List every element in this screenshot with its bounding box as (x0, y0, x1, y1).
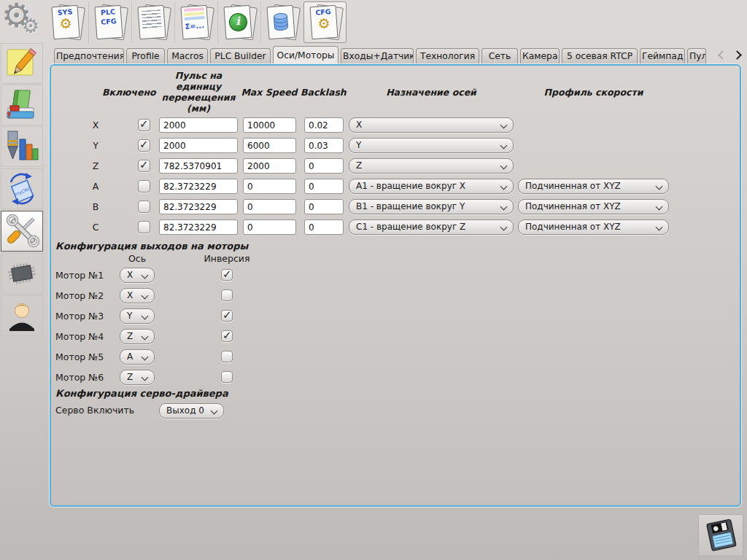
axis-enabled-checkbox[interactable] (138, 119, 150, 131)
tab-scroll-left-icon[interactable] (717, 50, 727, 60)
motor-axis-value: X (127, 270, 133, 280)
toolbar-info-button[interactable] (217, 1, 260, 43)
max-speed-input[interactable] (243, 179, 296, 194)
motor-axis-select[interactable]: Z (120, 329, 155, 344)
assignment-value: A1 - вращение вокруг X (356, 181, 465, 191)
pulse-input[interactable] (159, 219, 238, 235)
speed-profile-select[interactable]: Подчиненная от XYZ (518, 199, 669, 214)
macro-document-icon: Σ=... (183, 6, 209, 39)
tab-gamepad[interactable]: Геймпад (640, 48, 685, 64)
tab-macros[interactable]: Macros (167, 48, 208, 64)
profile-header: Профиль скорости (518, 87, 669, 98)
plc-label-top: PLC (96, 8, 121, 17)
motor-axis-select[interactable]: A (120, 349, 155, 365)
backlash-input[interactable] (304, 219, 344, 235)
tab-5axis-rtcp[interactable]: 5 осевая RTCP (562, 48, 638, 64)
save-button[interactable] (698, 514, 743, 556)
axis-enabled-checkbox[interactable] (138, 201, 150, 213)
motor-inversion-checkbox[interactable] (221, 371, 233, 383)
toolbar-plc-config-button[interactable]: PLC CFG (88, 1, 131, 43)
axis-label: A (86, 179, 105, 194)
tab-scroll-right-icon[interactable] (732, 50, 742, 60)
toolbar-log-button[interactable] (131, 1, 174, 43)
profile-value: Подчиненная от XYZ (525, 222, 621, 232)
axis-assignment-select[interactable]: A1 - вращение вокруг X (349, 179, 514, 194)
database-icon (271, 12, 290, 33)
axis-assignment-select[interactable]: B1 - вращение вокруг Y (349, 199, 514, 214)
backlash-input[interactable] (304, 138, 344, 153)
toolbar-database-button[interactable] (260, 1, 303, 43)
motor-inversion-checkbox[interactable] (221, 289, 233, 301)
speed-profile-select[interactable]: Подчиненная от XYZ (518, 219, 669, 235)
axis-enabled-checkbox[interactable] (138, 160, 150, 172)
motor-axis-value: Y (127, 311, 132, 321)
max-speed-input[interactable] (243, 158, 296, 174)
save-floppy-icon (700, 516, 741, 554)
axis-row-c: C C1 - вращение вокруг Z Подчиненная от … (0, 219, 747, 235)
axis-row-y: Y Y (0, 138, 747, 153)
backlash-input[interactable] (304, 158, 344, 174)
tab-preferences[interactable]: Предпочтения (54, 48, 124, 64)
axis-row-b: B B1 - вращение вокруг Y Подчиненная от … (0, 199, 747, 214)
settings-tabbar: Предпочтения Profile Macros PLC Builder … (54, 46, 715, 64)
motor-inversion-checkbox[interactable] (221, 310, 233, 322)
tab-plc-builder[interactable]: PLC Builder (210, 48, 271, 64)
max-speed-input[interactable] (243, 219, 296, 235)
motor-axis-select[interactable]: X (120, 268, 155, 283)
pulse-header-line: Пульс на (175, 70, 222, 81)
assignment-value: B1 - вращение вокруг Y (356, 201, 465, 211)
motor-axis-select[interactable]: Z (120, 370, 155, 385)
axis-enabled-checkbox[interactable] (138, 180, 150, 192)
tab-inputs-sensors[interactable]: Входы+Датчики (341, 48, 414, 64)
pulse-input[interactable] (159, 199, 238, 214)
tab-profile[interactable]: Profile (126, 48, 165, 64)
axis-assignment-select[interactable]: C1 - вращение вокруг Z (349, 219, 514, 235)
motor-row-1: Мотор №1 X (0, 268, 747, 283)
axis-row-x: X X (0, 117, 747, 133)
max-speed-input[interactable] (243, 138, 296, 153)
axis-assignment-select[interactable]: X (349, 117, 514, 133)
tab-technology[interactable]: Технология (416, 48, 479, 64)
sidebar-item-edit-note[interactable] (1, 43, 43, 84)
motor-inversion-checkbox[interactable] (221, 351, 233, 362)
motor-inversion-checkbox[interactable] (221, 269, 233, 281)
chevron-down-icon (500, 183, 508, 190)
tab-camera[interactable]: Камера (520, 48, 560, 64)
backlash-input[interactable] (304, 199, 344, 214)
mycnc-settings-screen: ⚙ ⚙ SYS ⚙ PLC CFG Σ=... (0, 0, 747, 560)
motor-label: Мотор №3 (55, 308, 104, 324)
sys-document-icon: SYS ⚙ (54, 6, 80, 39)
axis-assignment-select[interactable]: Z (349, 158, 514, 174)
speed-profile-select[interactable]: Подчиненная от XYZ (518, 179, 669, 194)
backlash-input[interactable] (304, 179, 344, 194)
chevron-down-icon (142, 354, 149, 361)
servo-enable-select[interactable]: Выход 0 (159, 403, 224, 419)
enabled-header: Включено (102, 87, 155, 98)
tab-axes-motors[interactable]: Оси/Моторы (273, 46, 338, 64)
pulse-input[interactable] (159, 138, 238, 153)
motor-axis-value: Z (127, 372, 133, 382)
toolbar-sys-config-button[interactable]: SYS ⚙ (45, 1, 88, 43)
axis-enabled-checkbox[interactable] (138, 221, 150, 233)
toolbar-macro-button[interactable]: Σ=... (174, 1, 217, 43)
motor-inversion-checkbox[interactable] (221, 330, 233, 342)
assignment-value: Z (356, 160, 362, 171)
axis-assignment-select[interactable]: Y (349, 138, 514, 153)
backlash-input[interactable] (304, 117, 344, 133)
max-speed-input[interactable] (243, 117, 296, 133)
pulse-input[interactable] (159, 179, 238, 194)
max-speed-input[interactable] (243, 199, 296, 214)
motor-axis-value: A (127, 351, 133, 362)
motor-axis-select[interactable]: X (120, 288, 155, 303)
motor-axis-select[interactable]: Y (120, 308, 155, 324)
toolbar-cfg-button[interactable]: CFG ⚙ (303, 1, 347, 43)
pulse-header-line: перемещения (162, 92, 236, 103)
pulse-input[interactable] (159, 158, 238, 174)
info-document-icon (226, 6, 252, 39)
axis-enabled-checkbox[interactable] (138, 139, 150, 152)
tab-network[interactable]: Сеть (481, 48, 518, 64)
system-gears-icon[interactable]: ⚙ ⚙ (0, 0, 44, 42)
pulse-input[interactable] (159, 117, 238, 133)
tab-pult-clipped[interactable]: Пул (687, 48, 706, 64)
profile-value: Подчиненная от XYZ (525, 201, 621, 211)
